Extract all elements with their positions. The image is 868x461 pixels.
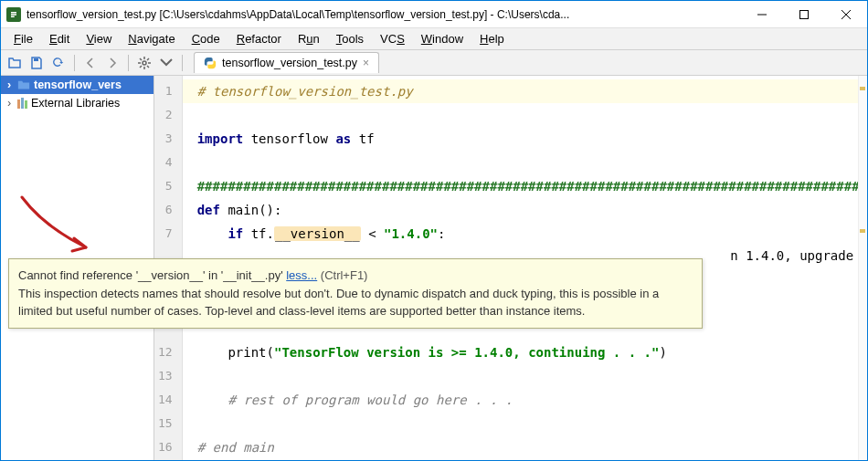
chevron-right-icon: › xyxy=(5,79,14,91)
tooltip-title: Cannot find reference '__version__' in '… xyxy=(18,268,286,282)
chevron-right-icon: › xyxy=(5,97,14,110)
editor-tab-label: tensorflow_version_test.py xyxy=(222,57,357,69)
project-root-node[interactable]: › tensorflow_vers xyxy=(1,76,153,94)
svg-point-3 xyxy=(143,61,146,65)
menu-view[interactable]: View xyxy=(79,30,119,47)
truncated-code-fragment: n 1.4.0, upgrade t xyxy=(730,248,867,263)
code-comment: # end main xyxy=(197,440,274,455)
tooltip-less-link[interactable]: less... xyxy=(286,268,317,282)
save-all-icon[interactable] xyxy=(26,53,47,73)
menu-tools[interactable]: Tools xyxy=(329,30,371,47)
external-libraries-node[interactable]: › External Libraries xyxy=(1,94,153,112)
menu-navigate[interactable]: Navigate xyxy=(121,30,182,47)
window-titlebar: tensorflow_version_test.py [C:\Users\cda… xyxy=(1,1,867,28)
app-icon xyxy=(6,7,21,22)
window-title: tensorflow_version_test.py [C:\Users\cda… xyxy=(26,8,741,21)
warning-marker[interactable] xyxy=(860,229,865,233)
warning-marker[interactable] xyxy=(860,87,865,90)
toolbar-separator xyxy=(182,55,183,71)
project-name-label: tensorflow_vers xyxy=(34,79,122,91)
toolbar-separator xyxy=(74,55,75,71)
menu-refactor[interactable]: Refactor xyxy=(229,30,289,47)
open-file-icon[interactable] xyxy=(5,53,25,73)
menu-help[interactable]: Help xyxy=(472,30,512,47)
tab-close-icon[interactable]: × xyxy=(363,58,369,68)
python-file-icon xyxy=(204,57,217,69)
svg-rect-2 xyxy=(34,58,38,61)
editor-tab[interactable]: tensorflow_version_test.py × xyxy=(194,52,379,73)
menubar: File Edit View Navigate Code Refactor Ru… xyxy=(1,28,867,50)
toolbar: tensorflow_version_test.py × xyxy=(1,50,867,76)
menu-file[interactable]: File xyxy=(6,30,40,47)
nav-back-icon[interactable] xyxy=(80,53,101,73)
external-libraries-label: External Libraries xyxy=(31,97,120,110)
menu-edit[interactable]: Edit xyxy=(42,30,77,47)
tooltip-shortcut: (Ctrl+F1) xyxy=(317,268,367,282)
editor-marker-strip[interactable] xyxy=(858,76,867,460)
inspection-warning[interactable]: __version__ xyxy=(274,226,361,241)
svg-rect-1 xyxy=(800,10,809,18)
settings-dropdown-icon[interactable] xyxy=(156,53,176,73)
close-button[interactable] xyxy=(825,1,867,27)
code-comment: # tensorflow_version_test.py xyxy=(197,84,413,99)
tooltip-body: This inspection detects names that shoul… xyxy=(18,285,693,320)
menu-vcs[interactable]: VCS xyxy=(373,30,412,47)
code-divider-comment: ########################################… xyxy=(197,179,867,194)
menu-code[interactable]: Code xyxy=(185,30,228,47)
menu-window[interactable]: Window xyxy=(414,30,471,47)
nav-forward-icon[interactable] xyxy=(102,53,122,73)
inspection-tooltip: Cannot find reference '__version__' in '… xyxy=(8,258,703,329)
menu-run[interactable]: Run xyxy=(291,30,327,47)
toolbar-separator xyxy=(128,55,129,71)
sync-icon[interactable] xyxy=(48,53,69,73)
settings-icon[interactable] xyxy=(134,53,154,73)
code-comment: # rest of program would go here . . . xyxy=(228,393,513,407)
maximize-button[interactable] xyxy=(783,1,825,27)
minimize-button[interactable] xyxy=(741,1,783,27)
folder-icon xyxy=(17,79,30,91)
library-icon xyxy=(17,98,27,109)
